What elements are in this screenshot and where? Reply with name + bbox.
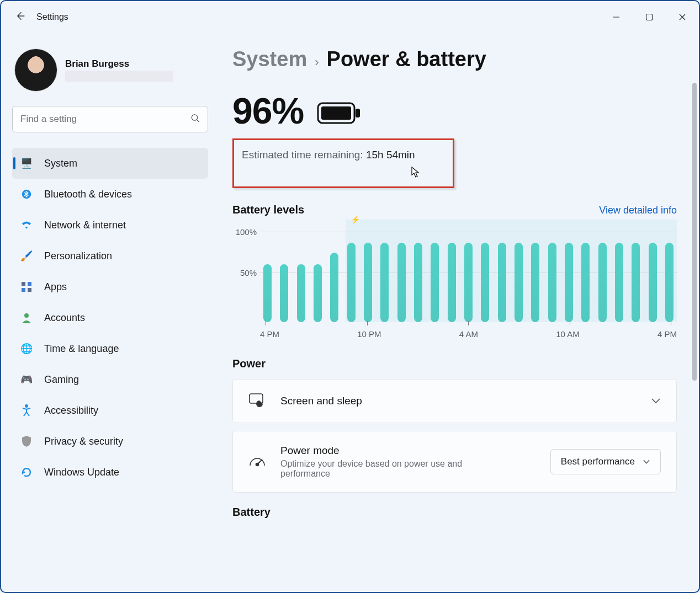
chart-body[interactable]: ⚡ 4 PM 10 PM 4 AM 10 AM 4 PM: [260, 225, 677, 335]
nav-list: 🖥️System Bluetooth & devices Network & i…: [12, 148, 208, 488]
battery-section-heading: Battery: [232, 506, 677, 519]
search-input[interactable]: [12, 106, 208, 132]
power-mode-card: Power mode Optimize your device based on…: [232, 431, 677, 493]
xtick: 4 AM: [459, 329, 478, 339]
search-box[interactable]: [12, 106, 208, 132]
chart-bar: [649, 243, 657, 322]
scrollbar-thumb[interactable]: [692, 83, 697, 381]
chart-bar: [431, 243, 439, 322]
nav-item-time-language[interactable]: 🌐Time & language: [12, 333, 208, 364]
titlebar: Settings: [1, 1, 699, 33]
nav-label: Personalization: [44, 250, 112, 262]
chart-x-labels: 4 PM 10 PM 4 AM 10 AM 4 PM: [260, 329, 677, 339]
chart-bar: [615, 243, 623, 322]
screen-sleep-icon: [248, 393, 265, 409]
chart-bar: [330, 253, 338, 322]
chart-bars: [260, 225, 677, 322]
battery-levels-chart: 100% 50% ⚡ 4 PM 10 PM 4 AM 10 AM 4 PM: [232, 225, 677, 335]
chart-bar: [498, 243, 506, 322]
nav-item-personalization[interactable]: 🖌️Personalization: [12, 241, 208, 271]
nav-item-network[interactable]: Network & internet: [12, 210, 208, 241]
svg-point-8: [24, 313, 29, 318]
chevron-down-icon: [651, 396, 661, 406]
card-subtitle: Optimize your device based on power use …: [280, 459, 490, 479]
maximize-button[interactable]: [633, 6, 666, 28]
nav-label: Gaming: [44, 374, 79, 386]
nav-item-bluetooth[interactable]: Bluetooth & devices: [12, 179, 208, 210]
battery-levels-header: Battery levels View detailed info: [232, 204, 677, 216]
chart-bar: [364, 243, 372, 322]
user-block[interactable]: Brian Burgess: [12, 39, 208, 92]
chart-bar: [280, 264, 288, 322]
back-button[interactable]: [14, 10, 25, 24]
system-icon: 🖥️: [20, 157, 33, 170]
nav-item-apps[interactable]: Apps: [12, 271, 208, 302]
estimated-label: Estimated time remaining:: [242, 149, 366, 161]
highlight-box: Estimated time remaining: 15h 54min: [232, 138, 454, 188]
breadcrumb-parent[interactable]: System: [232, 47, 307, 71]
content-area: System › Power & battery 96% Estimated t…: [219, 33, 699, 592]
sidebar: Brian Burgess 🖥️System Bluetooth & devic…: [1, 33, 219, 592]
gamepad-icon: 🎮: [20, 373, 33, 386]
chevron-down-icon: [643, 459, 650, 464]
chart-bar: [448, 243, 456, 322]
chart-bar: [665, 243, 674, 322]
nav-item-windows-update[interactable]: Windows Update: [12, 457, 208, 488]
plug-icon: ⚡: [351, 215, 360, 224]
svg-rect-1: [646, 14, 653, 20]
nav-label: Apps: [44, 281, 67, 293]
nav-item-privacy[interactable]: Privacy & security: [12, 426, 208, 457]
power-heading: Power: [232, 357, 677, 370]
chart-bar: [481, 243, 489, 322]
power-section: Power Screen and sleep Power mode Optimi…: [232, 357, 677, 493]
breadcrumb: System › Power & battery: [232, 47, 677, 71]
chart-bar: [548, 243, 556, 322]
screen-and-sleep-card[interactable]: Screen and sleep: [232, 379, 677, 423]
nav-item-accessibility[interactable]: Accessibility: [12, 395, 208, 426]
window-controls: [600, 6, 699, 28]
card-title: Power mode: [280, 445, 535, 457]
close-button[interactable]: [666, 6, 699, 28]
nav-item-accounts[interactable]: Accounts: [12, 302, 208, 333]
nav-label: Time & language: [44, 343, 119, 355]
cursor-icon: [411, 166, 421, 181]
gauge-icon: [248, 455, 265, 469]
svg-rect-5: [28, 282, 31, 286]
nav-label: Bluetooth & devices: [44, 189, 132, 200]
select-value: Best performance: [561, 456, 635, 467]
battery-percent-row: 96%: [232, 90, 677, 132]
chart-bar: [297, 264, 305, 322]
shield-icon: [20, 435, 33, 448]
page-title: Power & battery: [327, 47, 486, 71]
xtick: 4 PM: [260, 329, 279, 339]
power-mode-select[interactable]: Best performance: [550, 449, 661, 474]
chart-bar: [598, 243, 607, 322]
svg-rect-11: [321, 106, 351, 120]
estimated-value: 15h 54min: [366, 149, 415, 161]
nav-item-system[interactable]: 🖥️System: [12, 148, 208, 179]
battery-levels-title: Battery levels: [232, 204, 304, 216]
svg-rect-7: [28, 288, 31, 292]
ytick-50: 50%: [240, 268, 257, 277]
search-icon: [190, 114, 200, 125]
chart-bar: [380, 243, 389, 322]
person-icon: [20, 311, 33, 324]
nav-label: Privacy & security: [44, 436, 123, 447]
chart-bar: [397, 243, 406, 322]
chart-bar: [632, 243, 640, 322]
svg-rect-12: [356, 109, 360, 117]
chart-bar: [414, 243, 422, 322]
chart-y-labels: 100% 50%: [232, 225, 260, 335]
accessibility-icon: [20, 404, 33, 417]
globe-clock-icon: 🌐: [20, 342, 33, 355]
nav-label: System: [44, 158, 77, 169]
chart-bar: [347, 243, 356, 322]
scrollbar[interactable]: [690, 83, 697, 582]
nav-label: Accounts: [44, 312, 85, 324]
card-title: Screen and sleep: [280, 395, 635, 407]
minimize-button[interactable]: [600, 6, 633, 28]
user-email-redacted: [65, 71, 173, 82]
view-detailed-info-link[interactable]: View detailed info: [599, 205, 677, 216]
update-icon: [20, 466, 33, 479]
nav-item-gaming[interactable]: 🎮Gaming: [12, 364, 208, 395]
